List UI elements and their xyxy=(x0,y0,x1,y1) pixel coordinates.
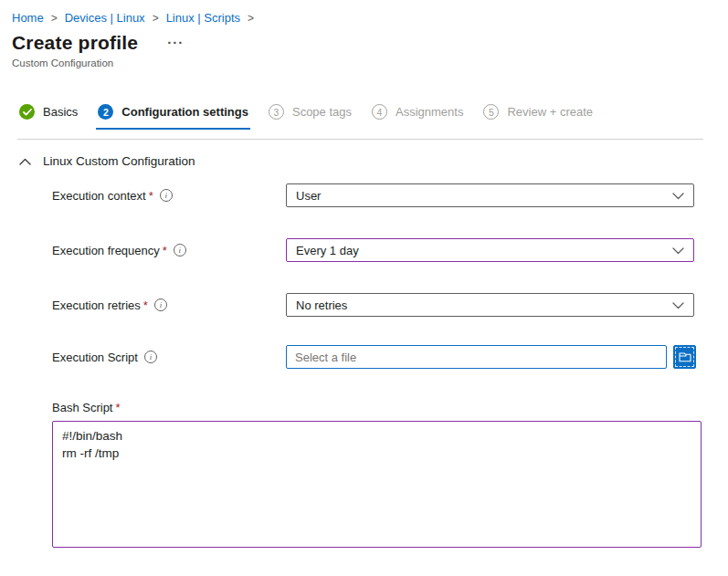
breadcrumb-devices-linux[interactable]: Devices | Linux xyxy=(65,11,145,25)
required-marker: * xyxy=(149,189,153,203)
execution-retries-dropdown[interactable]: No retries xyxy=(286,293,694,317)
step-number-badge: 5 xyxy=(483,104,499,120)
page-subtitle: Custom Configuration xyxy=(0,58,728,68)
more-options-icon[interactable]: ··· xyxy=(164,37,187,49)
section-title: Linux Custom Configuration xyxy=(43,154,195,168)
field-label-wrap: Execution frequency * i xyxy=(52,244,286,257)
required-marker: * xyxy=(115,401,120,414)
dropdown-value: No retries xyxy=(296,298,347,312)
chevron-down-icon xyxy=(672,298,684,312)
dropdown-value: Every 1 day xyxy=(296,244,359,257)
info-icon[interactable]: i xyxy=(160,189,173,202)
wizard-steps: Basics 2 Configuration settings 3 Scope … xyxy=(17,104,728,130)
execution-frequency-dropdown[interactable]: Every 1 day xyxy=(286,238,694,262)
divider xyxy=(17,139,703,140)
breadcrumb: Home > Devices | Linux > Linux | Scripts… xyxy=(0,0,728,25)
step-assignments[interactable]: 4 Assignments xyxy=(370,104,465,130)
info-icon[interactable]: i xyxy=(174,244,186,257)
field-execution-retries: Execution retries * i No retries xyxy=(52,293,728,317)
required-marker: * xyxy=(163,244,167,257)
chevron-down-icon xyxy=(672,244,684,257)
breadcrumb-separator: > xyxy=(153,12,159,25)
page-title: Create profile xyxy=(12,32,138,54)
breadcrumb-linux-scripts[interactable]: Linux | Scripts xyxy=(166,11,240,25)
field-execution-script: Execution Script i xyxy=(52,345,728,369)
info-icon[interactable]: i xyxy=(144,351,157,363)
breadcrumb-separator: > xyxy=(248,12,254,25)
dropdown-value: User xyxy=(296,189,321,203)
section-linux-custom-configuration[interactable]: Linux Custom Configuration xyxy=(19,154,728,168)
field-label: Bash Script xyxy=(52,401,112,414)
chevron-up-icon xyxy=(19,158,31,165)
field-label-wrap: Execution Script i xyxy=(52,351,286,364)
field-execution-context: Execution context * i User xyxy=(52,183,728,207)
step-label: Basics xyxy=(43,105,78,119)
script-file-input[interactable] xyxy=(286,345,667,369)
step-review-create[interactable]: 5 Review + create xyxy=(481,104,595,130)
step-scope-tags[interactable]: 3 Scope tags xyxy=(267,104,353,130)
breadcrumb-home[interactable]: Home xyxy=(12,11,44,25)
step-label: Configuration settings xyxy=(121,105,248,119)
page-header: Create profile ··· xyxy=(0,32,728,54)
check-icon xyxy=(19,104,35,120)
file-picker xyxy=(286,345,696,369)
step-number-badge: 3 xyxy=(269,104,284,120)
chevron-down-icon xyxy=(672,189,684,203)
required-marker: * xyxy=(143,298,148,312)
step-label: Assignments xyxy=(396,105,463,119)
bash-script-textarea[interactable]: #!/bin/bash rm -rf /tmp xyxy=(52,421,702,548)
step-label: Review + create xyxy=(507,105,593,119)
field-label: Execution Script xyxy=(52,351,138,364)
step-number-badge: 4 xyxy=(372,104,387,120)
folder-icon xyxy=(679,351,691,362)
step-label: Scope tags xyxy=(292,105,352,119)
browse-file-button[interactable] xyxy=(673,345,696,369)
field-label: Execution frequency xyxy=(52,244,160,257)
field-label-wrap: Bash Script * xyxy=(52,401,728,414)
field-label: Execution context xyxy=(52,189,146,203)
field-label-wrap: Execution context * i xyxy=(52,189,286,203)
field-label: Execution retries xyxy=(52,298,141,312)
info-icon[interactable]: i xyxy=(154,298,167,311)
breadcrumb-separator: > xyxy=(51,12,58,25)
bash-script-section: Bash Script * #!/bin/bash rm -rf /tmp xyxy=(52,401,728,548)
field-execution-frequency: Execution frequency * i Every 1 day xyxy=(52,238,728,262)
configuration-form: Execution context * i User Execution fre… xyxy=(0,183,728,548)
execution-context-dropdown[interactable]: User xyxy=(286,183,694,207)
step-basics[interactable]: Basics xyxy=(17,104,79,130)
step-configuration-settings[interactable]: 2 Configuration settings xyxy=(96,104,250,130)
step-number-badge: 2 xyxy=(98,104,113,120)
field-label-wrap: Execution retries * i xyxy=(52,298,286,312)
